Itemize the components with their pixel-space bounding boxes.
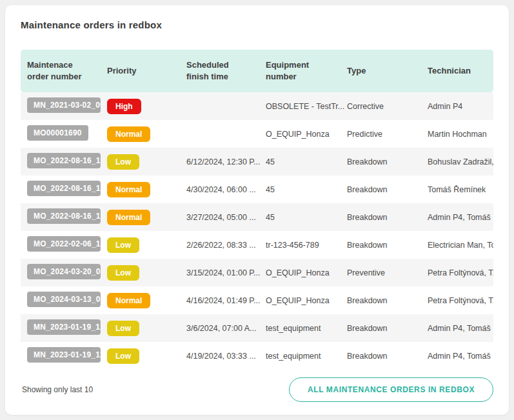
table-row[interactable]: MN_2023-01-19_12:11 Low 4/19/2024, 03:33… <box>21 342 493 370</box>
order-number-cell: MO_2022-08-16_11:16 <box>27 181 107 198</box>
order-number-cell: MO00001690 <box>27 125 107 143</box>
column-header-scheduled-finish: Scheduled finish time <box>186 59 266 82</box>
order-number-badge: MN_2023-01-19_12:11 <box>27 347 101 363</box>
type-cell: Breakdown <box>347 213 428 222</box>
table-header: Maintenace order number Priority Schedul… <box>21 50 493 92</box>
order-number-cell: MN_2023-01-19_12:11 <box>27 319 107 337</box>
all-maintenance-orders-button[interactable]: ALL MAINTENANCE ORDERS IN REDBOX <box>289 377 493 402</box>
technician-cell: Petra Foltýnová, T... <box>428 296 493 305</box>
table-row[interactable]: MO_2022-02-06_19:3 Low 2/26/2022, 08:33 … <box>21 231 493 259</box>
scheduled-finish-cell: 4/19/2024, 03:33 ... <box>186 352 266 361</box>
card-footer: Showing only last 10 ALL MAINTENANCE ORD… <box>21 377 493 402</box>
technician-cell: Tomáš Řemínek <box>428 185 493 194</box>
maintenance-orders-card: Maintenance orders in redbox Maintenace … <box>5 5 509 415</box>
equipment-cell: 45 <box>266 185 347 194</box>
priority-badge: Low <box>107 237 139 253</box>
priority-cell: Low <box>107 154 186 170</box>
scheduled-finish-cell: 3/15/2024, 01:00 P... <box>186 268 266 277</box>
column-header-order-number: Maintenace order number <box>27 59 107 82</box>
priority-cell: Normal <box>107 182 186 197</box>
order-number-badge: MO_2024-03-20_08: <box>27 264 101 279</box>
priority-cell: Low <box>107 348 186 364</box>
priority-badge: Low <box>107 321 139 336</box>
priority-cell: Normal <box>107 293 186 308</box>
order-number-cell: MO_2024-03-20_08: <box>27 264 107 281</box>
order-number-badge: MO_2022-08-16_11:16 <box>27 181 101 196</box>
column-header-equipment-number: Equipment number <box>266 59 347 82</box>
priority-cell: Normal <box>107 210 186 225</box>
type-cell: Preventive <box>347 268 428 277</box>
technician-cell: Martin Hochman <box>428 130 493 139</box>
card-title: Maintenance orders in redbox <box>21 19 493 30</box>
scheduled-finish-cell: 6/12/2024, 12:30 P... <box>186 157 266 166</box>
type-cell: Breakdown <box>347 352 428 361</box>
order-number-badge: MO_2022-02-06_19:3 <box>27 236 101 252</box>
order-number-badge: MO_2022-08-16_11:18 <box>27 153 101 168</box>
scheduled-finish-cell: 4/16/2024, 01:49 P... <box>186 296 266 305</box>
order-number-cell: MN_2023-01-19_12:11 <box>27 347 107 365</box>
technician-cell: Bohuslav Zadražil, ... <box>428 157 493 166</box>
equipment-cell: O_EQUIP_Honza <box>266 268 347 277</box>
priority-badge: Normal <box>107 126 150 142</box>
column-header-type: Type <box>347 65 428 77</box>
type-cell: Breakdown <box>347 185 428 194</box>
showing-note: Showing only last 10 <box>22 385 93 394</box>
technician-cell: Admin P4, Tomáš ... <box>428 352 493 361</box>
table-row[interactable]: MO_2022-08-16_11:18 Low 6/12/2024, 12:30… <box>21 148 493 175</box>
priority-badge: Normal <box>107 182 150 197</box>
equipment-cell: 45 <box>266 213 347 222</box>
table-row[interactable]: MO_2024-03-13_09:4 Normal 4/16/2024, 01:… <box>21 286 493 314</box>
table-row[interactable]: MO_2022-08-16_11:16 Normal 4/30/2024, 06… <box>21 175 493 203</box>
table-row[interactable]: MN_2021-03-02_09:3 High OBSOLETE - TestT… <box>21 92 493 120</box>
equipment-cell: O_EQUIP_Honza <box>266 130 347 139</box>
order-number-badge: MN_2023-01-19_12:11 <box>27 319 101 335</box>
technician-cell: Admin P4 <box>428 102 493 111</box>
priority-cell: Normal <box>107 126 186 142</box>
technician-cell: Electrician Man, To... <box>428 241 493 250</box>
technician-cell: Admin P4, Tomáš ... <box>428 213 493 222</box>
order-number-cell: MO_2022-08-16_11:0 <box>27 208 107 226</box>
priority-cell: Low <box>107 265 186 281</box>
technician-cell: Petra Foltýnová, T... <box>428 268 493 277</box>
table-row[interactable]: MO_2022-08-16_11:0 Normal 3/27/2024, 05:… <box>21 203 493 231</box>
priority-cell: High <box>107 99 186 114</box>
type-cell: Predictive <box>347 130 428 139</box>
equipment-cell: test_equipment <box>266 352 347 361</box>
scheduled-finish-cell: 3/27/2024, 05:00 ... <box>186 213 266 222</box>
priority-badge: Low <box>107 154 139 170</box>
type-cell: Corrective <box>347 102 428 111</box>
scheduled-finish-cell: 4/30/2024, 06:00 ... <box>186 185 266 194</box>
technician-cell: Admin P4, Tomáš ... <box>428 324 493 333</box>
order-number-badge: MO_2024-03-13_09:4 <box>27 292 101 307</box>
scheduled-finish-cell: 3/6/2024, 07:00 A... <box>186 324 266 333</box>
equipment-cell: O_EQUIP_Honza <box>266 296 347 305</box>
equipment-cell: tr-123-456-789 <box>266 241 347 250</box>
priority-badge: Low <box>107 265 139 281</box>
table-body: MN_2021-03-02_09:3 High OBSOLETE - TestT… <box>21 92 493 370</box>
table-row[interactable]: MN_2023-01-19_12:11 Low 3/6/2024, 07:00 … <box>21 314 493 342</box>
order-number-cell: MO_2022-08-16_11:18 <box>27 153 107 170</box>
order-number-cell: MO_2022-02-06_19:3 <box>27 236 107 254</box>
type-cell: Breakdown <box>347 296 428 305</box>
column-header-priority: Priority <box>107 65 186 77</box>
priority-badge: Low <box>107 348 139 364</box>
equipment-cell: 45 <box>266 157 347 166</box>
scheduled-finish-cell: 2/26/2022, 08:33 ... <box>186 241 266 250</box>
equipment-cell: test_equipment <box>266 324 347 333</box>
table-row[interactable]: MO_2024-03-20_08: Low 3/15/2024, 01:00 P… <box>21 259 493 286</box>
priority-badge: Normal <box>107 293 150 308</box>
order-number-cell: MO_2024-03-13_09:4 <box>27 292 107 309</box>
column-header-technician: Technician <box>428 65 493 77</box>
order-number-badge: MO00001690 <box>27 125 88 141</box>
priority-badge: Normal <box>107 210 150 225</box>
order-number-badge: MO_2022-08-16_11:0 <box>27 208 101 224</box>
type-cell: Breakdown <box>347 157 428 166</box>
order-number-badge: MN_2021-03-02_09:3 <box>27 97 101 113</box>
priority-cell: Low <box>107 237 186 253</box>
equipment-cell: OBSOLETE - TestTr... <box>266 102 347 111</box>
order-number-cell: MN_2021-03-02_09:3 <box>27 97 107 115</box>
table-row[interactable]: MO00001690 Normal O_EQUIP_Honza Predicti… <box>21 120 493 148</box>
priority-cell: Low <box>107 321 186 336</box>
priority-badge: High <box>107 99 141 114</box>
type-cell: Breakdown <box>347 324 428 333</box>
